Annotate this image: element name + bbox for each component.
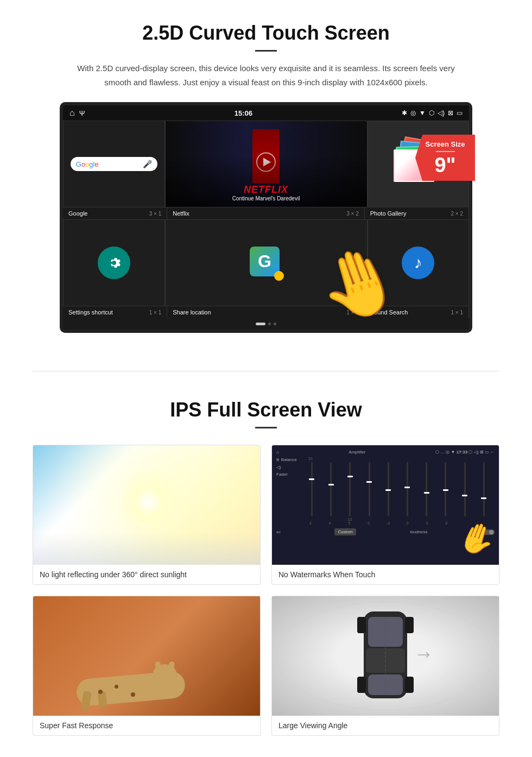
cheetah-head bbox=[153, 664, 177, 686]
eq-track-4 bbox=[369, 462, 370, 516]
location-icon: ◎ bbox=[410, 109, 416, 117]
section-divider-hr bbox=[33, 371, 499, 371]
eq-handle-7 bbox=[424, 492, 429, 494]
google-size: 3 × 1 bbox=[149, 211, 162, 217]
eq-bar-6[interactable] bbox=[399, 462, 416, 516]
sunlight-ground bbox=[33, 532, 260, 565]
cheetah-spot-2 bbox=[115, 685, 118, 689]
amp-prev-icon: «‹ bbox=[276, 529, 281, 535]
amplifier-image: ⌂ Amplifier ⬡ … ◎ ▼ 17:33 ⬡ ◁) ⊠ ▭ ← ≡ B… bbox=[272, 445, 499, 565]
eq-bar-1[interactable] bbox=[303, 462, 320, 516]
feature-grid: No light reflecting under 360° direct su… bbox=[33, 445, 499, 736]
eq-bar-2[interactable] bbox=[322, 462, 339, 516]
eq-bar-9[interactable] bbox=[457, 462, 473, 516]
view-angle-arrow bbox=[415, 649, 432, 663]
svg-rect-7 bbox=[405, 677, 414, 693]
eq-handle-8 bbox=[443, 489, 448, 491]
page-dots-row bbox=[63, 318, 469, 330]
eq-handle-4 bbox=[366, 481, 372, 483]
eq-bar-7[interactable] bbox=[418, 462, 435, 516]
page-dot-2 bbox=[268, 323, 271, 325]
bluetooth-icon: ✱ bbox=[402, 109, 407, 117]
svg-rect-4 bbox=[357, 617, 366, 633]
amp-fader-row: Fader bbox=[276, 472, 297, 477]
device-statusbar: ⌂ Ψ 15:06 ✱ ◎ ▼ ⬡ ◁) ⊠ ▭ bbox=[63, 105, 469, 121]
amp-custom-button[interactable]: Custom bbox=[334, 528, 356, 535]
eq-track-9 bbox=[464, 462, 466, 516]
gear-icon bbox=[105, 254, 123, 272]
g-blue2: g bbox=[89, 160, 93, 168]
statusbar-time: 15:06 bbox=[235, 109, 252, 117]
amp-statusbar: ⌂ Amplifier ⬡ … ◎ ▼ 17:33 ⬡ ◁) ⊠ ▭ ← bbox=[276, 450, 495, 455]
amp-loudness-text: loudness bbox=[410, 529, 427, 534]
amplifier-feature: ⌂ Amplifier ⬡ … ◎ ▼ 17:33 ⬡ ◁) ⊠ ▭ ← ≡ B… bbox=[271, 445, 499, 585]
cheetah-ear-left bbox=[155, 661, 161, 670]
settings-label: Settings shortcut bbox=[68, 309, 113, 316]
share-location-cell[interactable]: G 🤚 bbox=[165, 219, 368, 306]
google-label-cell: Google 3 × 1 bbox=[63, 207, 167, 219]
amp-labels: ≡ Balance ◁) Fader 10 bbox=[276, 457, 495, 525]
eq-track-3 bbox=[349, 462, 351, 516]
apps-top-labels: Google 3 × 1 Netflix 3 × 2 Photo Gallery… bbox=[63, 207, 469, 219]
eq-bar-5[interactable] bbox=[380, 462, 397, 516]
sunlight-image bbox=[33, 445, 260, 565]
settings-label-cell: Settings shortcut 1 × 1 bbox=[63, 306, 167, 318]
section-ips-screen: IPS Full Screen View No light reflecting… bbox=[0, 388, 532, 752]
eq-bars bbox=[301, 462, 495, 516]
screen-size-value: 9" bbox=[425, 155, 465, 175]
eq-bars-area: 10 bbox=[301, 457, 495, 525]
eq-bar-3[interactable] bbox=[341, 462, 358, 516]
eq-track-8 bbox=[445, 462, 446, 516]
sound-size: 1 × 1 bbox=[451, 310, 463, 316]
amplifier-caption: No Watermarks When Touch bbox=[272, 565, 499, 584]
eq-bar-10[interactable] bbox=[476, 462, 492, 516]
section1-title: 2.5D Curved Touch Screen bbox=[33, 22, 499, 45]
statusbar-right: ✱ ◎ ▼ ⬡ ◁) ⊠ ▭ bbox=[402, 109, 463, 117]
maps-icon: G bbox=[250, 247, 282, 279]
cheetah-feature: Super Fast Response bbox=[33, 596, 261, 736]
eq-handle-1 bbox=[309, 478, 314, 480]
eq-bar-4[interactable] bbox=[360, 462, 377, 516]
svg-rect-6 bbox=[357, 677, 366, 693]
car-svg bbox=[353, 601, 418, 709]
netflix-label: Netflix bbox=[173, 210, 189, 217]
settings-size: 1 × 1 bbox=[149, 310, 162, 316]
screen-size-badge: Screen Size 9" bbox=[415, 135, 475, 181]
apps-bottom-labels: Settings shortcut 1 × 1 Share location 1… bbox=[63, 306, 469, 318]
cheetah-spot-3 bbox=[131, 692, 135, 697]
sunlight-caption: No light reflecting under 360° direct su… bbox=[33, 565, 260, 584]
mic-icon: 🎤 bbox=[143, 160, 152, 168]
amp-side-labels: ≡ Balance ◁) Fader bbox=[276, 457, 297, 525]
g-red2: e bbox=[94, 160, 98, 168]
screen-size-label: Screen Size bbox=[425, 140, 465, 148]
music-note-icon: ♪ bbox=[414, 254, 422, 272]
google-app-cell[interactable]: Google 🎤 bbox=[63, 121, 165, 207]
netflix-logo: NETFLIX bbox=[171, 184, 362, 195]
section1-description: With 2.5D curved-display screen, this de… bbox=[76, 61, 456, 89]
speaker-icon: ◁) bbox=[276, 465, 281, 470]
amp-home-icon: ⌂ bbox=[276, 450, 279, 455]
section2-title: IPS Full Screen View bbox=[33, 399, 499, 421]
netflix-size: 3 × 2 bbox=[346, 211, 359, 217]
photo-label: Photo Gallery bbox=[370, 210, 407, 217]
eq-track-7 bbox=[426, 462, 427, 516]
eq-handle-10 bbox=[481, 497, 486, 499]
settings-app-cell[interactable] bbox=[63, 219, 165, 306]
amp-title-text: Amplifier bbox=[349, 450, 365, 455]
eq-bar-8[interactable] bbox=[437, 462, 454, 516]
netflix-app-cell[interactable]: NETFLIX Continue Marvel's Daredevil bbox=[165, 121, 368, 207]
usb-icon: Ψ bbox=[79, 109, 85, 117]
google-search-bar[interactable]: Google 🎤 bbox=[71, 157, 157, 171]
apps-bottom-row: G 🤚 ♪ bbox=[63, 219, 469, 306]
car-caption: Large Viewing Angle bbox=[272, 716, 499, 735]
netflix-label-cell: Netflix 3 × 2 bbox=[167, 207, 365, 219]
google-label: Google bbox=[68, 210, 87, 217]
balance-label: Balance bbox=[281, 457, 297, 462]
netflix-subtitle: Continue Marvel's Daredevil bbox=[171, 195, 362, 201]
settings-icon-circle bbox=[98, 247, 130, 279]
car-image bbox=[272, 596, 499, 716]
window-icon: ▭ bbox=[457, 109, 463, 117]
statusbar-left: ⌂ Ψ bbox=[69, 108, 85, 118]
wifi-icon: ▼ bbox=[419, 109, 426, 117]
camera-icon: ⬡ bbox=[429, 109, 434, 117]
